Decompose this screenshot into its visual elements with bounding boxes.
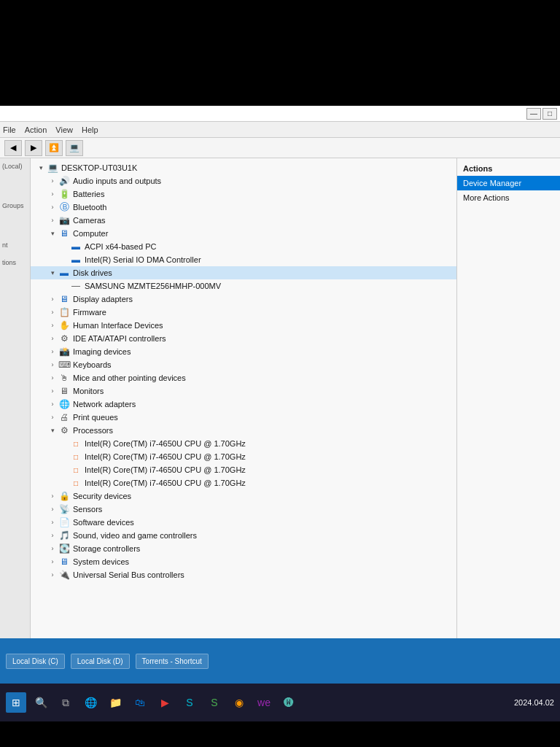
tree-item-cpu1[interactable]: □ Intel(R) Core(TM) i7-4650U CPU @ 1.70G… [31, 437, 456, 450]
tree-item-security[interactable]: › 🔒 Security devices [31, 489, 456, 503]
back-button[interactable]: ◀ [4, 140, 22, 156]
start-button[interactable]: ⊞ [6, 692, 26, 713]
tree-item-sound[interactable]: › 🎵 Sound, video and game controllers [31, 529, 456, 542]
icon-print: 🖨 [58, 411, 70, 423]
icon-disk: ▬ [58, 267, 70, 279]
label-software: Software devices [73, 518, 134, 527]
menu-item-help[interactable]: Help [82, 125, 98, 134]
window-chrome: — □ File Action View Help ◀ ▶ ⏫ 💻 (Local… [0, 106, 560, 638]
icon-usb: 🔌 [58, 569, 70, 581]
icon-processors: ⚙ [58, 425, 70, 436]
tree-item-cpu2[interactable]: □ Intel(R) Core(TM) i7-4650U CPU @ 1.70G… [31, 450, 456, 463]
left-panel-tions: tions [1, 258, 28, 268]
icon-monitors: 🖥 [58, 385, 70, 397]
expand-display: › [48, 295, 57, 303]
expand-bluetooth: › [48, 203, 57, 212]
youtube-icon[interactable]: ▶ [155, 692, 175, 713]
tree-item-bluetooth[interactable]: › Ⓑ Bluetooth [31, 201, 456, 214]
toolbar: ◀ ▶ ⏫ 💻 [0, 138, 560, 158]
expand-imaging: › [48, 347, 57, 356]
datetime-display: 2024.04.02 [514, 698, 554, 707]
menu-item-view[interactable]: View [55, 125, 73, 134]
icon-bluetooth: Ⓑ [58, 201, 70, 213]
title-bar-controls: — □ [526, 108, 557, 120]
label-mice: Mice and other pointing devices [73, 374, 186, 382]
tree-item-display[interactable]: › 🖥 Display adapters [31, 293, 456, 306]
chrome-icon[interactable]: ◉ [229, 692, 249, 713]
taskbar-torrents[interactable]: Torrents - Shortcut [136, 654, 209, 669]
app3-icon[interactable]: 🅦 [279, 692, 299, 713]
store-icon[interactable]: 🛍 [130, 692, 150, 713]
taskbar-area: Local Disk (C) Local Disk (D) Torrents -… [0, 638, 560, 684]
icon-ide: ⚙ [58, 333, 70, 344]
icon-cpu2: □ [70, 451, 82, 462]
tree-item-acpi[interactable]: ▬ ACPI x64-based PC [31, 240, 456, 253]
tree-item-cpu4[interactable]: □ Intel(R) Core(TM) i7-4650U CPU @ 1.70G… [31, 476, 456, 489]
icon-imaging: 📸 [58, 346, 70, 357]
tree-item-print[interactable]: › 🖨 Print queues [31, 411, 456, 424]
tree-item-storage[interactable]: › 💽 Storage controllers [31, 542, 456, 555]
tree-item-firmware[interactable]: › 📋 Firmware [31, 306, 456, 319]
tree-item-keyboards[interactable]: › ⌨ Keyboards [31, 358, 456, 371]
expand-system: › [48, 557, 57, 566]
label-audio: Audio inputs and outputs [73, 177, 161, 185]
up-button[interactable]: ⏫ [45, 140, 63, 156]
tree-item-computer[interactable]: ▾ 🖥 Computer [31, 227, 456, 240]
label-network: Network adapters [73, 400, 136, 409]
label-processors: Processors [73, 426, 113, 435]
minimize-button[interactable]: — [526, 108, 541, 120]
tree-item-cameras[interactable]: › 📷 Cameras [31, 214, 456, 227]
expand-audio: › [48, 177, 57, 185]
taskbar-local-d[interactable]: Local Disk (D) [71, 654, 130, 669]
left-panel: (Local) Groups nt tions [0, 158, 31, 638]
tree-item-ide[interactable]: › ⚙ IDE ATA/ATAPI controllers [31, 332, 456, 345]
tree-item-disk[interactable]: ▾ ▬ Disk drives [31, 266, 456, 279]
tree-item-cpu3[interactable]: □ Intel(R) Core(TM) i7-4650U CPU @ 1.70G… [31, 463, 456, 476]
tree-item-desktop[interactable]: ▾ 💻 DESKTOP-UT03U1K [31, 161, 456, 174]
icon-hid: ✋ [58, 320, 70, 331]
app1-icon[interactable]: S [204, 692, 225, 713]
tree-item-software[interactable]: › 📄 Software devices [31, 516, 456, 529]
edge-icon[interactable]: 🌐 [80, 692, 101, 713]
tree-item-hid[interactable]: › ✋ Human Interface Devices [31, 319, 456, 332]
tree-item-sensors[interactable]: › 📡 Sensors [31, 503, 456, 516]
tree-item-processors[interactable]: ▾ ⚙ Processors [31, 424, 456, 437]
left-panel-nt: nt [1, 240, 28, 250]
tree-item-mice[interactable]: › 🖱 Mice and other pointing devices [31, 371, 456, 384]
computer-button[interactable]: 💻 [66, 140, 83, 156]
icon-keyboards: ⌨ [58, 359, 70, 371]
tree-panel[interactable]: ▾ 💻 DESKTOP-UT03U1K › 🔊 Audio inputs and… [31, 158, 457, 638]
label-display: Display adapters [73, 295, 133, 303]
tree-item-network[interactable]: › 🌐 Network adapters [31, 398, 456, 411]
taskview-icon[interactable]: ⧉ [55, 692, 76, 713]
tree-item-batteries[interactable]: › 🔋 Batteries [31, 187, 456, 201]
tree-item-usb[interactable]: › 🔌 Universal Serial Bus controllers [31, 568, 456, 581]
taskbar-local-c[interactable]: Local Disk (C) [6, 654, 65, 669]
icon-cpu3: □ [70, 464, 82, 476]
forward-button[interactable]: ▶ [25, 140, 42, 156]
skype-icon[interactable]: S [179, 692, 200, 713]
tree-item-serial[interactable]: ▬ Intel(R) Serial IO DMA Controller [31, 253, 456, 266]
menu-item-action[interactable]: Action [25, 125, 47, 134]
label-disk: Disk drives [73, 268, 112, 277]
label-cpu2: Intel(R) Core(TM) i7-4650U CPU @ 1.70GHz [85, 452, 246, 461]
folder-icon[interactable]: 📁 [105, 692, 125, 713]
label-serial: Intel(R) Serial IO DMA Controller [85, 255, 201, 264]
expand-disk: ▾ [48, 268, 57, 277]
tree-item-monitors[interactable]: › 🖥 Monitors [31, 384, 456, 398]
tree-item-imaging[interactable]: › 📸 Imaging devices [31, 345, 456, 358]
menu-item-file[interactable]: File [3, 125, 16, 134]
maximize-button[interactable]: □ [542, 108, 557, 120]
tree-item-samsung[interactable]: — SAMSUNG MZMTE256HMHP-000MV [31, 279, 456, 293]
label-usb: Universal Serial Bus controllers [73, 570, 184, 579]
expand-acpi [60, 242, 69, 251]
actions-device-manager[interactable]: Device Manager [457, 176, 560, 190]
app2-icon[interactable]: we [254, 692, 274, 713]
tree-item-system[interactable]: › 🖥 System devices [31, 555, 456, 568]
tree-item-audio[interactable]: › 🔊 Audio inputs and outputs [31, 174, 456, 187]
icon-samsung: — [70, 280, 82, 292]
icon-network: 🌐 [58, 398, 70, 410]
label-batteries: Batteries [73, 190, 104, 198]
search-icon[interactable]: 🔍 [31, 692, 51, 713]
actions-more-actions[interactable]: More Actions [457, 190, 560, 205]
